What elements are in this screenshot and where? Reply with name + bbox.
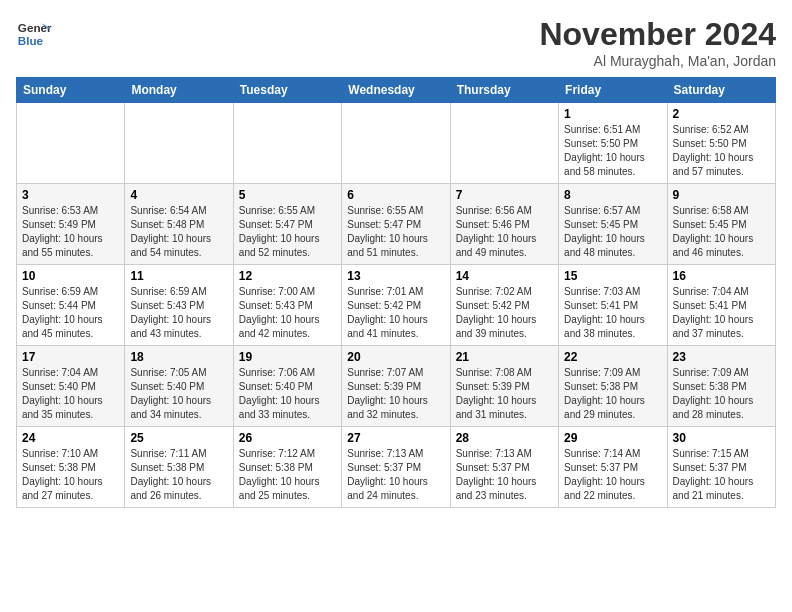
day-info: Sunrise: 7:08 AM Sunset: 5:39 PM Dayligh… bbox=[456, 366, 553, 422]
header: General Blue November 2024 Al Murayghah,… bbox=[16, 16, 776, 69]
day-info: Sunrise: 6:53 AM Sunset: 5:49 PM Dayligh… bbox=[22, 204, 119, 260]
day-info: Sunrise: 7:03 AM Sunset: 5:41 PM Dayligh… bbox=[564, 285, 661, 341]
calendar-cell: 16Sunrise: 7:04 AM Sunset: 5:41 PM Dayli… bbox=[667, 265, 775, 346]
weekday-header-sunday: Sunday bbox=[17, 78, 125, 103]
day-number: 22 bbox=[564, 350, 661, 364]
day-info: Sunrise: 6:55 AM Sunset: 5:47 PM Dayligh… bbox=[239, 204, 336, 260]
day-info: Sunrise: 7:04 AM Sunset: 5:41 PM Dayligh… bbox=[673, 285, 770, 341]
calendar-cell: 8Sunrise: 6:57 AM Sunset: 5:45 PM Daylig… bbox=[559, 184, 667, 265]
calendar-cell: 25Sunrise: 7:11 AM Sunset: 5:38 PM Dayli… bbox=[125, 427, 233, 508]
day-info: Sunrise: 6:55 AM Sunset: 5:47 PM Dayligh… bbox=[347, 204, 444, 260]
day-number: 2 bbox=[673, 107, 770, 121]
calendar-table: SundayMondayTuesdayWednesdayThursdayFrid… bbox=[16, 77, 776, 508]
week-row-1: 1Sunrise: 6:51 AM Sunset: 5:50 PM Daylig… bbox=[17, 103, 776, 184]
day-info: Sunrise: 7:13 AM Sunset: 5:37 PM Dayligh… bbox=[456, 447, 553, 503]
location-title: Al Murayghah, Ma'an, Jordan bbox=[539, 53, 776, 69]
weekday-header-friday: Friday bbox=[559, 78, 667, 103]
day-info: Sunrise: 6:51 AM Sunset: 5:50 PM Dayligh… bbox=[564, 123, 661, 179]
calendar-cell: 22Sunrise: 7:09 AM Sunset: 5:38 PM Dayli… bbox=[559, 346, 667, 427]
day-number: 1 bbox=[564, 107, 661, 121]
calendar-cell: 9Sunrise: 6:58 AM Sunset: 5:45 PM Daylig… bbox=[667, 184, 775, 265]
calendar-cell bbox=[125, 103, 233, 184]
calendar-cell: 29Sunrise: 7:14 AM Sunset: 5:37 PM Dayli… bbox=[559, 427, 667, 508]
calendar-cell: 2Sunrise: 6:52 AM Sunset: 5:50 PM Daylig… bbox=[667, 103, 775, 184]
day-number: 13 bbox=[347, 269, 444, 283]
day-number: 18 bbox=[130, 350, 227, 364]
calendar-cell: 18Sunrise: 7:05 AM Sunset: 5:40 PM Dayli… bbox=[125, 346, 233, 427]
calendar-cell: 11Sunrise: 6:59 AM Sunset: 5:43 PM Dayli… bbox=[125, 265, 233, 346]
calendar-cell: 14Sunrise: 7:02 AM Sunset: 5:42 PM Dayli… bbox=[450, 265, 558, 346]
weekday-header-tuesday: Tuesday bbox=[233, 78, 341, 103]
day-number: 29 bbox=[564, 431, 661, 445]
day-info: Sunrise: 7:09 AM Sunset: 5:38 PM Dayligh… bbox=[673, 366, 770, 422]
weekday-header-saturday: Saturday bbox=[667, 78, 775, 103]
day-number: 17 bbox=[22, 350, 119, 364]
calendar-cell: 6Sunrise: 6:55 AM Sunset: 5:47 PM Daylig… bbox=[342, 184, 450, 265]
day-number: 23 bbox=[673, 350, 770, 364]
day-info: Sunrise: 7:09 AM Sunset: 5:38 PM Dayligh… bbox=[564, 366, 661, 422]
day-number: 8 bbox=[564, 188, 661, 202]
calendar-cell: 19Sunrise: 7:06 AM Sunset: 5:40 PM Dayli… bbox=[233, 346, 341, 427]
day-number: 10 bbox=[22, 269, 119, 283]
day-number: 25 bbox=[130, 431, 227, 445]
day-info: Sunrise: 7:15 AM Sunset: 5:37 PM Dayligh… bbox=[673, 447, 770, 503]
calendar-cell: 7Sunrise: 6:56 AM Sunset: 5:46 PM Daylig… bbox=[450, 184, 558, 265]
day-info: Sunrise: 7:12 AM Sunset: 5:38 PM Dayligh… bbox=[239, 447, 336, 503]
day-number: 7 bbox=[456, 188, 553, 202]
calendar-cell: 5Sunrise: 6:55 AM Sunset: 5:47 PM Daylig… bbox=[233, 184, 341, 265]
weekday-header-wednesday: Wednesday bbox=[342, 78, 450, 103]
day-number: 16 bbox=[673, 269, 770, 283]
calendar-cell: 24Sunrise: 7:10 AM Sunset: 5:38 PM Dayli… bbox=[17, 427, 125, 508]
day-info: Sunrise: 7:00 AM Sunset: 5:43 PM Dayligh… bbox=[239, 285, 336, 341]
day-info: Sunrise: 7:13 AM Sunset: 5:37 PM Dayligh… bbox=[347, 447, 444, 503]
weekday-header-thursday: Thursday bbox=[450, 78, 558, 103]
calendar-cell bbox=[342, 103, 450, 184]
day-info: Sunrise: 6:52 AM Sunset: 5:50 PM Dayligh… bbox=[673, 123, 770, 179]
day-number: 14 bbox=[456, 269, 553, 283]
day-number: 24 bbox=[22, 431, 119, 445]
day-info: Sunrise: 7:14 AM Sunset: 5:37 PM Dayligh… bbox=[564, 447, 661, 503]
day-info: Sunrise: 7:07 AM Sunset: 5:39 PM Dayligh… bbox=[347, 366, 444, 422]
day-info: Sunrise: 7:10 AM Sunset: 5:38 PM Dayligh… bbox=[22, 447, 119, 503]
day-number: 21 bbox=[456, 350, 553, 364]
calendar-cell: 30Sunrise: 7:15 AM Sunset: 5:37 PM Dayli… bbox=[667, 427, 775, 508]
day-number: 15 bbox=[564, 269, 661, 283]
month-title: November 2024 bbox=[539, 16, 776, 53]
calendar-cell: 1Sunrise: 6:51 AM Sunset: 5:50 PM Daylig… bbox=[559, 103, 667, 184]
calendar-cell: 13Sunrise: 7:01 AM Sunset: 5:42 PM Dayli… bbox=[342, 265, 450, 346]
weekday-header-monday: Monday bbox=[125, 78, 233, 103]
day-info: Sunrise: 7:01 AM Sunset: 5:42 PM Dayligh… bbox=[347, 285, 444, 341]
calendar-cell: 27Sunrise: 7:13 AM Sunset: 5:37 PM Dayli… bbox=[342, 427, 450, 508]
calendar-cell: 17Sunrise: 7:04 AM Sunset: 5:40 PM Dayli… bbox=[17, 346, 125, 427]
calendar-cell: 26Sunrise: 7:12 AM Sunset: 5:38 PM Dayli… bbox=[233, 427, 341, 508]
day-info: Sunrise: 7:06 AM Sunset: 5:40 PM Dayligh… bbox=[239, 366, 336, 422]
day-info: Sunrise: 6:54 AM Sunset: 5:48 PM Dayligh… bbox=[130, 204, 227, 260]
calendar-cell bbox=[233, 103, 341, 184]
day-number: 6 bbox=[347, 188, 444, 202]
week-row-2: 3Sunrise: 6:53 AM Sunset: 5:49 PM Daylig… bbox=[17, 184, 776, 265]
calendar-cell: 12Sunrise: 7:00 AM Sunset: 5:43 PM Dayli… bbox=[233, 265, 341, 346]
day-info: Sunrise: 7:04 AM Sunset: 5:40 PM Dayligh… bbox=[22, 366, 119, 422]
day-number: 30 bbox=[673, 431, 770, 445]
week-row-4: 17Sunrise: 7:04 AM Sunset: 5:40 PM Dayli… bbox=[17, 346, 776, 427]
calendar-cell: 21Sunrise: 7:08 AM Sunset: 5:39 PM Dayli… bbox=[450, 346, 558, 427]
day-number: 27 bbox=[347, 431, 444, 445]
calendar-cell: 28Sunrise: 7:13 AM Sunset: 5:37 PM Dayli… bbox=[450, 427, 558, 508]
calendar-cell bbox=[450, 103, 558, 184]
day-info: Sunrise: 6:59 AM Sunset: 5:43 PM Dayligh… bbox=[130, 285, 227, 341]
day-info: Sunrise: 7:02 AM Sunset: 5:42 PM Dayligh… bbox=[456, 285, 553, 341]
calendar-cell: 3Sunrise: 6:53 AM Sunset: 5:49 PM Daylig… bbox=[17, 184, 125, 265]
day-number: 4 bbox=[130, 188, 227, 202]
day-number: 28 bbox=[456, 431, 553, 445]
day-number: 5 bbox=[239, 188, 336, 202]
svg-text:Blue: Blue bbox=[18, 34, 44, 47]
day-info: Sunrise: 6:59 AM Sunset: 5:44 PM Dayligh… bbox=[22, 285, 119, 341]
day-number: 9 bbox=[673, 188, 770, 202]
day-info: Sunrise: 6:58 AM Sunset: 5:45 PM Dayligh… bbox=[673, 204, 770, 260]
calendar-cell: 23Sunrise: 7:09 AM Sunset: 5:38 PM Dayli… bbox=[667, 346, 775, 427]
day-info: Sunrise: 7:05 AM Sunset: 5:40 PM Dayligh… bbox=[130, 366, 227, 422]
logo: General Blue bbox=[16, 16, 52, 52]
day-number: 26 bbox=[239, 431, 336, 445]
weekday-header-row: SundayMondayTuesdayWednesdayThursdayFrid… bbox=[17, 78, 776, 103]
day-number: 19 bbox=[239, 350, 336, 364]
